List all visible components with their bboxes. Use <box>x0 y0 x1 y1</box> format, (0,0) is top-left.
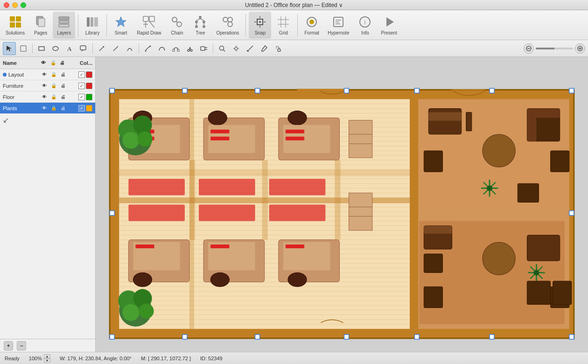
svg-rect-168 <box>269 179 326 195</box>
svg-rect-166 <box>128 179 185 195</box>
layout-color-swatch[interactable] <box>86 71 92 78</box>
tool-node[interactable] <box>169 42 182 55</box>
tool-eyedrop[interactable] <box>258 42 271 55</box>
svg-rect-53 <box>21 46 26 51</box>
toolbar-rapiddraw[interactable]: Rapid Draw <box>133 12 165 39</box>
tool-arc[interactable] <box>123 42 136 55</box>
tool-arrow[interactable] <box>95 42 108 55</box>
svg-rect-5 <box>38 18 45 27</box>
main-area: Name 👁 🔒 🖨 Col... Layout 👁 🔒 🖨 ✓ Furnitu… <box>0 57 588 352</box>
svg-point-24 <box>195 25 198 28</box>
zoom-step-down[interactable]: ▼ <box>44 358 50 363</box>
layout-print-toggle[interactable]: 🖨 <box>60 71 66 78</box>
svg-rect-178 <box>135 245 154 248</box>
zoom-slider[interactable] <box>536 48 573 49</box>
svg-rect-173 <box>262 160 268 240</box>
toolbar-tree[interactable]: Tree <box>189 12 211 39</box>
svg-point-227 <box>139 304 154 319</box>
toolbar-info[interactable]: i Info <box>354 12 376 39</box>
toolbar-grid[interactable]: Grid <box>272 12 294 39</box>
tool-line[interactable] <box>109 42 122 55</box>
layout-lock-toggle[interactable]: 🔒 <box>50 71 57 78</box>
tool-ellipse[interactable] <box>49 42 62 55</box>
tool-magnify[interactable] <box>216 42 229 55</box>
toolbar-chain[interactable]: Chain <box>166 12 188 39</box>
floor-plan-canvas[interactable] <box>96 57 588 352</box>
tool-lasso[interactable] <box>17 42 30 55</box>
toolbar-operations[interactable]: Operations <box>212 12 243 39</box>
zoom-in-button[interactable] <box>575 43 585 54</box>
layer-row-floor[interactable]: Floor 👁 🔒 🖨 ✓ <box>0 91 95 103</box>
toolbar-hypernote[interactable]: Hypernote <box>324 12 353 39</box>
layers-panel-header: Name 👁 🔒 🖨 Col... <box>0 57 95 69</box>
svg-rect-8 <box>59 24 69 27</box>
tool-text[interactable]: A <box>63 42 76 55</box>
toolbar-snap[interactable]: Snap <box>249 12 271 39</box>
furniture-color-swatch[interactable] <box>86 83 92 89</box>
svg-rect-215 <box>527 235 560 261</box>
tool-pan[interactable] <box>230 42 243 55</box>
remove-layer-button[interactable]: − <box>17 341 26 350</box>
floor-lock-toggle[interactable]: 🔒 <box>50 94 57 100</box>
toolbar-pages[interactable]: Pages <box>29 12 52 39</box>
layer-row-plants[interactable]: Plants 👁 🔒 🖨 ✓ <box>0 103 95 114</box>
svg-rect-209 <box>424 254 442 273</box>
tool-more[interactable] <box>197 42 210 55</box>
zoom-step-up[interactable]: ▲ <box>44 354 50 358</box>
plants-name: Plants <box>3 105 41 111</box>
plants-color-swatch[interactable] <box>86 105 92 112</box>
maximize-button[interactable] <box>21 2 26 8</box>
hypernote-label: Hypernote <box>328 30 349 35</box>
canvas-area[interactable] <box>96 57 588 352</box>
layout-vis-toggle[interactable]: 👁 <box>41 71 48 78</box>
tool-select[interactable] <box>3 42 16 55</box>
svg-rect-1 <box>16 16 21 21</box>
toolbar-smart[interactable]: Smart <box>110 12 132 39</box>
plants-vis-toggle[interactable]: 👁 <box>41 105 48 112</box>
zoom-stepper[interactable]: ▲ ▼ <box>44 354 50 363</box>
furniture-print-toggle[interactable]: 🖨 <box>60 83 66 89</box>
tool-pen[interactable] <box>141 42 154 55</box>
tool-scissors[interactable] <box>183 42 196 55</box>
tool-rect[interactable] <box>35 42 48 55</box>
floor-color-swatch[interactable] <box>86 94 92 100</box>
tool-bezier[interactable] <box>155 42 168 55</box>
svg-rect-228 <box>297 89 344 92</box>
toolbar-solutions[interactable]: Solutions <box>2 12 28 39</box>
cursor-indicator: ↙ <box>0 114 95 126</box>
toolbar-present[interactable]: Present <box>377 12 400 39</box>
svg-rect-244 <box>490 335 494 339</box>
plants-lock-toggle[interactable]: 🔒 <box>50 105 57 112</box>
toolbar-library[interactable]: Library <box>81 12 104 39</box>
svg-rect-241 <box>182 335 187 339</box>
svg-rect-242 <box>255 335 260 339</box>
add-layer-button[interactable]: + <box>4 341 13 350</box>
status-bar: Ready 100% ▲ ▼ W: 179, H: 230.84, Angle:… <box>0 352 588 364</box>
layer-row-layout[interactable]: Layout 👁 🔒 🖨 ✓ <box>0 69 95 80</box>
svg-point-63 <box>150 45 151 47</box>
furniture-lock-toggle[interactable]: 🔒 <box>50 83 57 89</box>
svg-rect-152 <box>210 130 229 133</box>
tool-measure[interactable] <box>244 42 257 55</box>
floor-vis-toggle[interactable]: 👁 <box>41 94 48 100</box>
layer-row-furniture[interactable]: Furniture 👁 🔒 🖨 ✓ <box>0 80 95 91</box>
tool-spray[interactable] <box>272 42 285 55</box>
toolbar-format[interactable]: Format <box>301 12 323 39</box>
svg-point-222 <box>137 132 152 147</box>
svg-rect-182 <box>210 245 229 248</box>
tool-sep-1 <box>32 43 33 54</box>
floor-name: Floor <box>3 94 41 100</box>
plants-print-toggle[interactable]: 🖨 <box>60 105 66 112</box>
tool-callout[interactable] <box>77 42 90 55</box>
furniture-vis-toggle[interactable]: 👁 <box>41 83 48 89</box>
minimize-button[interactable] <box>12 2 18 8</box>
toolbar-layers[interactable]: Layers <box>53 12 75 39</box>
close-button[interactable] <box>4 2 9 8</box>
svg-rect-9 <box>87 17 90 27</box>
svg-rect-243 <box>414 335 419 339</box>
zoom-out-button[interactable] <box>524 43 534 54</box>
floor-print-toggle[interactable]: 🖨 <box>60 94 66 100</box>
svg-point-22 <box>195 21 198 23</box>
library-icon <box>85 14 100 29</box>
svg-rect-240 <box>490 88 494 93</box>
